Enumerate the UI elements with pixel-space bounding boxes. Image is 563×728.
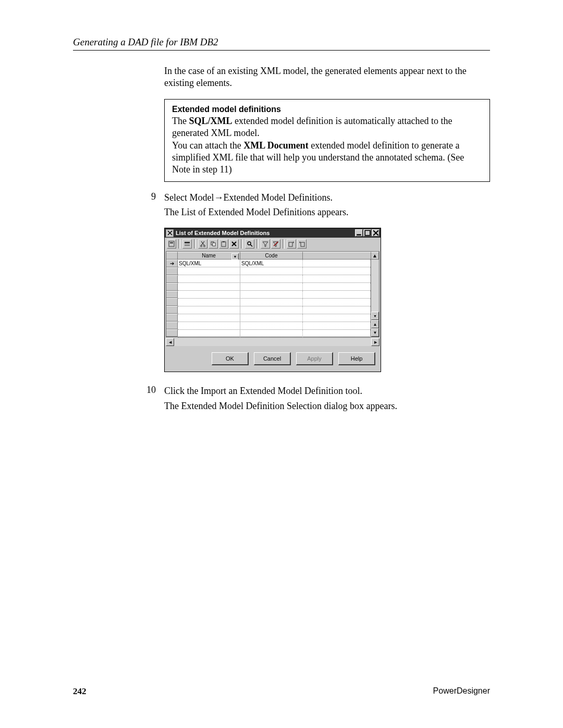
svg-point-12	[201, 245, 202, 247]
note-para2-prefix: You can attach the	[172, 140, 243, 151]
step-number: 9	[141, 191, 156, 204]
apply-button[interactable]: Apply	[296, 352, 333, 365]
table-row[interactable]	[178, 275, 371, 283]
vertical-scrollbar[interactable]: ▼ ▲ ▼	[371, 260, 379, 337]
column-header-code[interactable]: Code	[240, 252, 303, 260]
close-button[interactable]	[372, 229, 380, 237]
note-body: The SQL/XML extended model definition is…	[172, 115, 482, 176]
toolbar-separator	[283, 239, 285, 249]
page-footer: 242 PowerDesigner	[73, 686, 490, 697]
titlebar-sysmenu-icon[interactable]	[166, 229, 174, 237]
dialog-button-row: OK Cancel Apply Help	[165, 347, 381, 372]
row-handle[interactable]	[166, 322, 178, 329]
table-row[interactable]	[178, 306, 371, 314]
filter-icon[interactable]	[261, 239, 270, 249]
data-grid[interactable]: Name ▼ Code ▲ ➔	[166, 251, 380, 337]
row-handle[interactable]	[166, 267, 178, 275]
toolbar-separator	[256, 239, 259, 249]
import-icon[interactable]	[287, 239, 296, 249]
toolbar-separator	[241, 239, 243, 249]
paste-icon[interactable]	[219, 239, 228, 249]
svg-rect-3	[365, 231, 370, 236]
scrollbar-track[interactable]	[371, 260, 379, 312]
dialog-window: List of Extended Model Definitions	[164, 228, 381, 372]
note-para1-prefix: The	[172, 116, 189, 126]
grid-header: Name ▼ Code ▲	[166, 252, 379, 260]
minimize-button[interactable]	[355, 229, 363, 237]
svg-rect-15	[213, 243, 215, 246]
scroll-up-button[interactable]: ▲	[371, 252, 379, 260]
svg-rect-9	[185, 244, 190, 246]
step-9: 9 Select Model→Extended Model Definition…	[141, 191, 490, 204]
cut-icon[interactable]	[198, 239, 207, 249]
scroll-right-button[interactable]: ▶	[371, 338, 380, 346]
maximize-button[interactable]	[363, 229, 371, 237]
row-handle[interactable]	[166, 314, 178, 322]
svg-rect-8	[185, 242, 190, 243]
row-indicator-icon[interactable]: ➔	[166, 260, 178, 267]
help-button[interactable]: Help	[338, 352, 375, 365]
row-handle[interactable]	[166, 298, 178, 306]
insert-row-icon[interactable]	[182, 239, 192, 249]
table-row[interactable]	[178, 299, 371, 306]
copy-icon[interactable]	[209, 239, 218, 249]
note-para2-bold: XML Document	[243, 140, 309, 151]
column-header-name-label: Name	[202, 253, 216, 258]
cell-name[interactable]: SQL/XML	[178, 260, 240, 267]
row-handle[interactable]	[166, 306, 178, 314]
svg-rect-25	[289, 242, 292, 246]
table-row[interactable]	[178, 330, 371, 338]
svg-rect-16	[222, 242, 226, 246]
note-title: Extended model definitions	[172, 105, 482, 114]
svg-rect-2	[357, 235, 361, 236]
export-icon[interactable]	[297, 239, 307, 249]
table-row[interactable]	[178, 314, 371, 322]
header-rule	[73, 50, 490, 51]
column-header-name[interactable]: Name ▼	[178, 252, 240, 260]
svg-marker-22	[263, 242, 268, 246]
table-row[interactable]	[178, 267, 371, 275]
step-number: 10	[141, 385, 156, 397]
horizontal-scrollbar[interactable]: ◀ ▶	[166, 338, 380, 346]
svg-rect-17	[223, 241, 225, 242]
svg-rect-6	[169, 241, 174, 246]
table-row[interactable]	[178, 291, 371, 299]
row-handle[interactable]	[166, 275, 178, 283]
svg-point-13	[204, 245, 205, 247]
scroll-top-button[interactable]: ▲	[371, 320, 379, 328]
scroll-left-button[interactable]: ◀	[166, 338, 174, 346]
table-row[interactable]	[178, 283, 371, 291]
scroll-bottom-button[interactable]: ▼	[371, 328, 379, 337]
column-header-blank	[303, 252, 371, 260]
clear-filter-icon[interactable]	[271, 239, 280, 249]
table-row[interactable]	[178, 322, 371, 330]
find-icon[interactable]	[245, 239, 254, 249]
scrollbar-track[interactable]	[174, 338, 371, 346]
scroll-down-button[interactable]: ▼	[371, 312, 379, 320]
svg-rect-7	[170, 242, 173, 243]
step-text: Click the Import an Extended Model Defin…	[164, 385, 490, 397]
dialog-title: List of Extended Model Definitions	[176, 230, 355, 236]
svg-rect-26	[301, 242, 304, 246]
delete-icon[interactable]	[229, 239, 239, 249]
ok-button[interactable]: OK	[212, 352, 249, 365]
dialog-titlebar[interactable]: List of Extended Model Definitions	[165, 228, 381, 238]
svg-line-21	[250, 244, 252, 246]
grid-data-area[interactable]: SQL/XML SQL/XML	[178, 260, 371, 337]
row-handle[interactable]	[166, 283, 178, 291]
row-handle-header	[166, 252, 178, 260]
intro-paragraph: In the case of an existing XML model, th…	[164, 65, 490, 90]
page-number: 242	[73, 686, 87, 697]
row-handle[interactable]	[166, 329, 178, 337]
properties-icon[interactable]	[167, 239, 176, 249]
cancel-button[interactable]: Cancel	[254, 352, 291, 365]
row-handle-column: ➔	[166, 260, 178, 337]
toolbar-separator	[178, 239, 180, 249]
row-handle[interactable]	[166, 291, 178, 299]
note-box: Extended model definitions The SQL/XML e…	[164, 99, 490, 182]
svg-line-24	[274, 242, 278, 246]
step-10-sub: The Extended Model Definition Selection …	[164, 400, 490, 412]
table-row[interactable]: SQL/XML SQL/XML	[178, 260, 371, 267]
titlebar-buttons	[355, 229, 380, 237]
cell-code[interactable]: SQL/XML	[240, 260, 303, 267]
